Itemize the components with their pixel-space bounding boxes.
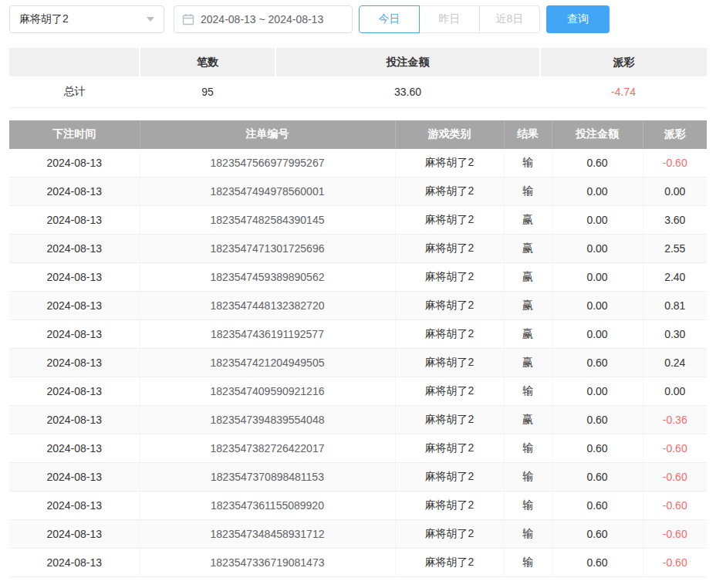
bet-amount-cell: 0.60 (552, 406, 643, 434)
table-row: 2024-08-131823547370898481153麻将胡了2输0.60-… (9, 463, 707, 492)
header-result: 结果 (504, 120, 552, 149)
bet-time-cell: 2024-08-13 (9, 263, 140, 292)
game-type-cell: 麻将胡了2 (395, 520, 504, 549)
bet-number-cell: 1823547421204949505 (140, 349, 395, 377)
summary-header-row: 笔数 投注金额 派彩 (9, 48, 707, 76)
game-type-cell: 麻将胡了2 (395, 149, 504, 177)
table-row: 2024-08-131823547336719081473麻将胡了2输0.60-… (9, 549, 707, 577)
table-row: 2024-08-131823547494978560001麻将胡了2输0.000… (9, 177, 707, 206)
query-button[interactable]: 查询 (546, 5, 610, 33)
toolbar: 麻将胡了2 2024-08-13 ~ 2024-08-13 今日 昨日 近8日 … (0, 0, 716, 34)
bet-amount-cell: 0.00 (552, 177, 643, 206)
bet-number-cell: 1823547494978560001 (140, 177, 395, 206)
payout-cell: -0.60 (643, 434, 707, 463)
table-row: 2024-08-131823547394839554048麻将胡了2赢0.60-… (9, 406, 707, 434)
bet-time-cell: 2024-08-13 (9, 377, 140, 406)
last-8-days-button[interactable]: 近8日 (479, 5, 540, 33)
game-type-cell: 麻将胡了2 (395, 377, 504, 406)
result-cell: 输 (504, 377, 552, 406)
bet-amount-cell: 0.00 (552, 292, 643, 320)
payout-cell: -0.60 (643, 463, 707, 492)
bet-time-cell: 2024-08-13 (9, 520, 140, 549)
summary-table: 笔数 投注金额 派彩 总计 95 33.60 -4.74 (9, 48, 707, 108)
bet-time-cell: 2024-08-13 (9, 177, 140, 206)
game-type-cell: 麻将胡了2 (395, 292, 504, 320)
result-cell: 赢 (504, 263, 552, 292)
bet-amount-cell: 0.00 (552, 320, 643, 349)
game-type-cell: 麻将胡了2 (395, 549, 504, 577)
result-cell: 输 (504, 520, 552, 549)
payout-cell: -0.60 (643, 149, 707, 177)
result-cell: 输 (504, 149, 552, 177)
summary-header-count: 笔数 (140, 48, 275, 76)
table-header-row: 下注时间 注单编号 游戏类别 结果 投注金额 派彩 (9, 120, 707, 149)
table-row: 2024-08-131823547361155089920麻将胡了2输0.60-… (9, 492, 707, 520)
table-row: 2024-08-131823547421204949505麻将胡了2赢0.600… (9, 349, 707, 377)
result-cell: 输 (504, 549, 552, 577)
table-row: 2024-08-131823547436191192577麻将胡了2赢0.000… (9, 320, 707, 349)
bet-time-cell: 2024-08-13 (9, 549, 140, 577)
bet-time-cell: 2024-08-13 (9, 349, 140, 377)
game-select-value: 麻将胡了2 (19, 12, 69, 26)
table-row: 2024-08-131823547382726422017麻将胡了2输0.60-… (9, 434, 707, 463)
game-type-cell: 麻将胡了2 (395, 320, 504, 349)
bet-number-cell: 1823547448132382720 (140, 292, 395, 320)
bet-number-cell: 1823547370898481153 (140, 463, 395, 492)
bet-time-cell: 2024-08-13 (9, 434, 140, 463)
bet-table-body: 2024-08-131823547566977995267麻将胡了2输0.60-… (9, 149, 707, 577)
payout-cell: 2.40 (643, 263, 707, 292)
bet-number-cell: 1823547348458931712 (140, 520, 395, 549)
bet-number-cell: 1823547394839554048 (140, 406, 395, 434)
payout-cell: -0.60 (643, 549, 707, 577)
result-cell: 输 (504, 177, 552, 206)
bet-time-cell: 2024-08-13 (9, 406, 140, 434)
bet-amount-cell: 0.60 (552, 349, 643, 377)
summary-count-value: 95 (140, 76, 275, 107)
date-range-picker[interactable]: 2024-08-13 ~ 2024-08-13 (174, 5, 353, 33)
bet-time-cell: 2024-08-13 (9, 492, 140, 520)
payout-cell: 0.81 (643, 292, 707, 320)
summary-header-payout: 派彩 (540, 48, 707, 76)
game-type-cell: 麻将胡了2 (395, 463, 504, 492)
payout-cell: 0.00 (643, 177, 707, 206)
yesterday-button[interactable]: 昨日 (419, 5, 480, 33)
table-row: 2024-08-131823547482584390145麻将胡了2赢0.003… (9, 206, 707, 235)
table-row: 2024-08-131823547448132382720麻将胡了2赢0.000… (9, 292, 707, 320)
game-type-cell: 麻将胡了2 (395, 177, 504, 206)
payout-cell: -0.36 (643, 406, 707, 434)
header-bet-time: 下注时间 (9, 120, 140, 149)
bet-amount-cell: 0.60 (552, 520, 643, 549)
bet-time-cell: 2024-08-13 (9, 320, 140, 349)
payout-cell: -0.60 (643, 492, 707, 520)
result-cell: 赢 (504, 235, 552, 263)
bet-number-cell: 1823547471301725696 (140, 235, 395, 263)
bet-time-cell: 2024-08-13 (9, 149, 140, 177)
game-type-cell: 麻将胡了2 (395, 206, 504, 235)
summary-bet-amount-value: 33.60 (275, 76, 540, 107)
result-cell: 赢 (504, 320, 552, 349)
bet-amount-cell: 0.60 (552, 149, 643, 177)
bet-amount-cell: 0.60 (552, 434, 643, 463)
table-row: 2024-08-131823547566977995267麻将胡了2输0.60-… (9, 149, 707, 177)
today-button[interactable]: 今日 (359, 5, 420, 33)
bet-number-cell: 1823547409590921216 (140, 377, 395, 406)
payout-cell: 0.30 (643, 320, 707, 349)
game-select[interactable]: 麻将胡了2 (9, 5, 164, 33)
date-range-value: 2024-08-13 ~ 2024-08-13 (201, 13, 323, 25)
payout-cell: -0.60 (643, 520, 707, 549)
game-type-cell: 麻将胡了2 (395, 349, 504, 377)
result-cell: 赢 (504, 406, 552, 434)
table-row: 2024-08-131823547471301725696麻将胡了2赢0.002… (9, 235, 707, 263)
summary-payout-value: -4.74 (540, 76, 707, 107)
bet-amount-cell: 0.60 (552, 549, 643, 577)
game-type-cell: 麻将胡了2 (395, 263, 504, 292)
chevron-down-icon (147, 17, 154, 22)
table-row: 2024-08-131823547409590921216麻将胡了2输0.000… (9, 377, 707, 406)
summary-header-bet-amount: 投注金额 (275, 48, 540, 76)
payout-cell: 0.00 (643, 377, 707, 406)
bet-number-cell: 1823547459389890562 (140, 263, 395, 292)
bet-number-cell: 1823547566977995267 (140, 149, 395, 177)
header-game-type: 游戏类别 (395, 120, 504, 149)
table-row: 2024-08-131823547348458931712麻将胡了2输0.60-… (9, 520, 707, 549)
payout-cell: 0.24 (643, 349, 707, 377)
